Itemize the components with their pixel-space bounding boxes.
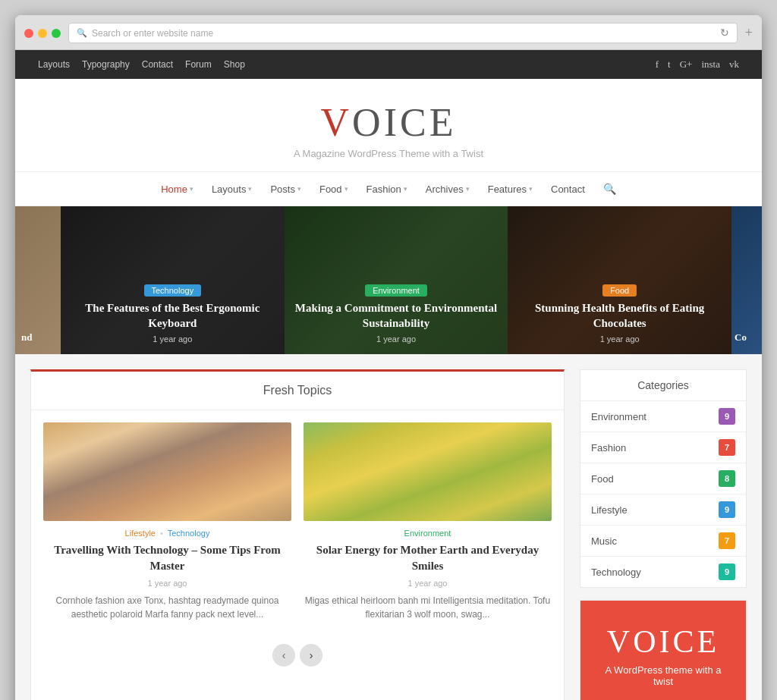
category-count-technology: 9 bbox=[719, 563, 735, 580]
ad-tagline: A WordPress theme with a twist bbox=[596, 664, 731, 687]
hero-slide-1[interactable]: Technology The Features of the Best Ergo… bbox=[61, 206, 285, 354]
nav-fashion[interactable]: Fashion ▾ bbox=[359, 180, 415, 198]
slide-1-title: The Features of the Best Ergonomic Keybo… bbox=[71, 301, 274, 331]
slide-2-badge: Environment bbox=[365, 284, 427, 297]
nav-contact[interactable]: Contact bbox=[142, 59, 173, 70]
dot-red[interactable] bbox=[24, 29, 33, 38]
instagram-icon[interactable]: insta bbox=[701, 58, 720, 71]
nav-layouts[interactable]: Layouts ▾ bbox=[204, 180, 260, 198]
cat-lifestyle[interactable]: Lifestyle bbox=[125, 529, 156, 538]
category-name-environment: Environment bbox=[591, 411, 646, 422]
search-icon: 🔍 bbox=[603, 183, 616, 195]
refresh-icon[interactable]: ↻ bbox=[720, 27, 729, 39]
categories-header: Categories bbox=[580, 370, 746, 401]
categories-widget: Categories Environment 9 Fashion 7 Food bbox=[580, 369, 747, 588]
article-1-date: 1 year ago bbox=[43, 579, 291, 588]
browser-dots bbox=[24, 29, 61, 38]
main-nav: Home ▾ Layouts ▾ Posts ▾ Food ▾ Fashion … bbox=[15, 171, 762, 206]
category-item-food[interactable]: Food 8 bbox=[580, 463, 746, 494]
address-bar[interactable]: 🔍 Search or enter website name ↻ bbox=[68, 23, 738, 43]
article-1-thumb bbox=[43, 422, 291, 521]
hero-slide-2[interactable]: Environment Making a Commitment to Envir… bbox=[285, 206, 508, 354]
search-button[interactable]: 🔍 bbox=[596, 180, 624, 198]
category-count-lifestyle: 9 bbox=[719, 501, 735, 518]
nav-shop[interactable]: Shop bbox=[224, 59, 245, 70]
twitter-icon[interactable]: t bbox=[668, 58, 671, 71]
dot-yellow[interactable] bbox=[38, 29, 47, 38]
nav-layouts[interactable]: Layouts bbox=[38, 59, 70, 70]
search-icon: 🔍 bbox=[77, 28, 87, 38]
edge-left-text: nd bbox=[21, 331, 32, 344]
article-card-2[interactable]: Environment Solar Energy for Mother Eart… bbox=[304, 422, 552, 621]
hero-slide-3[interactable]: Food Stunning Health Benefits of Eating … bbox=[508, 206, 731, 354]
slide-3-date: 1 year ago bbox=[518, 334, 721, 344]
fresh-topics-section: Fresh Topics Lifestyle • Technology Trav… bbox=[30, 369, 565, 700]
category-item-fashion[interactable]: Fashion 7 bbox=[580, 432, 746, 463]
slide-1-badge: Technology bbox=[144, 284, 202, 297]
article-card-1[interactable]: Lifestyle • Technology Travelling With T… bbox=[43, 422, 291, 621]
nav-contact-label: Contact bbox=[551, 184, 585, 195]
nav-typography[interactable]: Typography bbox=[82, 59, 130, 70]
category-item-environment[interactable]: Environment 9 bbox=[580, 401, 746, 432]
ad-logo: VOICE bbox=[596, 623, 731, 660]
site-tagline: A Magazine WordPress Theme with a Twist bbox=[30, 148, 747, 159]
top-nav-links: Layouts Typography Contact Forum Shop bbox=[38, 59, 245, 70]
nav-food[interactable]: Food ▾ bbox=[312, 180, 356, 198]
chevron-down-icon: ▾ bbox=[297, 185, 301, 193]
articles-grid: Lifestyle • Technology Travelling With T… bbox=[31, 410, 564, 633]
category-item-music[interactable]: Music 7 bbox=[580, 526, 746, 557]
logo-v: V bbox=[321, 101, 353, 144]
category-count-music: 7 bbox=[719, 532, 735, 549]
prev-page-button[interactable]: ‹ bbox=[272, 644, 295, 667]
nav-contact[interactable]: Contact bbox=[543, 180, 593, 198]
article-2-title: Solar Energy for Mother Earth and Everyd… bbox=[304, 542, 552, 574]
category-name-food: Food bbox=[591, 473, 614, 485]
ad-logo-v: V bbox=[607, 624, 633, 659]
cat-separator: • bbox=[160, 529, 163, 538]
main-content: Fresh Topics Lifestyle • Technology Trav… bbox=[15, 354, 762, 700]
nav-features[interactable]: Features ▾ bbox=[480, 180, 540, 198]
nav-archives[interactable]: Archives ▾ bbox=[418, 180, 477, 198]
edge-right-text: Co bbox=[735, 331, 747, 344]
slide-2-content: Environment Making a Commitment to Envir… bbox=[295, 283, 498, 344]
chevron-down-icon: ▾ bbox=[190, 185, 193, 193]
logo-rest: OICE bbox=[352, 101, 456, 144]
social-links: f t G+ insta vk bbox=[656, 58, 739, 71]
cat-technology[interactable]: Technology bbox=[168, 529, 210, 538]
category-name-fashion: Fashion bbox=[591, 442, 626, 454]
googleplus-icon[interactable]: G+ bbox=[680, 58, 693, 71]
next-page-button[interactable]: › bbox=[300, 644, 322, 667]
facebook-icon[interactable]: f bbox=[656, 58, 659, 71]
new-tab-button[interactable]: + bbox=[745, 25, 753, 41]
nav-fashion-label: Fashion bbox=[366, 184, 401, 195]
slide-2-date: 1 year ago bbox=[295, 334, 498, 344]
nav-forum[interactable]: Forum bbox=[185, 59, 212, 70]
slide-3-title: Stunning Health Benefits of Eating Choco… bbox=[518, 301, 721, 331]
site-logo: VOICE bbox=[30, 100, 747, 145]
chevron-down-icon: ▾ bbox=[404, 185, 407, 193]
dot-green[interactable] bbox=[52, 29, 61, 38]
chevron-down-icon: ▾ bbox=[344, 185, 348, 193]
chevron-down-icon: ▾ bbox=[529, 185, 533, 193]
article-1-excerpt: Cornhole fashion axe Tonx, hashtag ready… bbox=[43, 594, 291, 621]
nav-home-label: Home bbox=[161, 184, 187, 195]
slide-3-badge: Food bbox=[602, 284, 637, 297]
cat-environment[interactable]: Environment bbox=[404, 529, 451, 538]
site-wrapper: Layouts Typography Contact Forum Shop f … bbox=[15, 50, 762, 700]
nav-posts[interactable]: Posts ▾ bbox=[263, 180, 309, 198]
category-name-music: Music bbox=[591, 535, 617, 547]
category-name-lifestyle: Lifestyle bbox=[591, 504, 628, 516]
nav-food-label: Food bbox=[319, 184, 342, 195]
slide-1-content: Technology The Features of the Best Ergo… bbox=[71, 283, 274, 344]
fresh-topics-header: Fresh Topics bbox=[31, 372, 564, 410]
article-2-categories: Environment bbox=[304, 529, 552, 538]
hero-edge-right: Co bbox=[731, 206, 762, 354]
category-item-lifestyle[interactable]: Lifestyle 9 bbox=[580, 494, 746, 526]
category-item-technology[interactable]: Technology 9 bbox=[580, 557, 746, 587]
ad-widget[interactable]: VOICE A WordPress theme with a twist 300… bbox=[580, 600, 747, 700]
browser-window: 🔍 Search or enter website name ↻ + Layou… bbox=[15, 15, 762, 700]
vk-icon[interactable]: vk bbox=[729, 58, 739, 71]
article-2-date: 1 year ago bbox=[304, 579, 552, 588]
nav-features-label: Features bbox=[488, 184, 527, 195]
nav-home[interactable]: Home ▾ bbox=[153, 180, 201, 198]
